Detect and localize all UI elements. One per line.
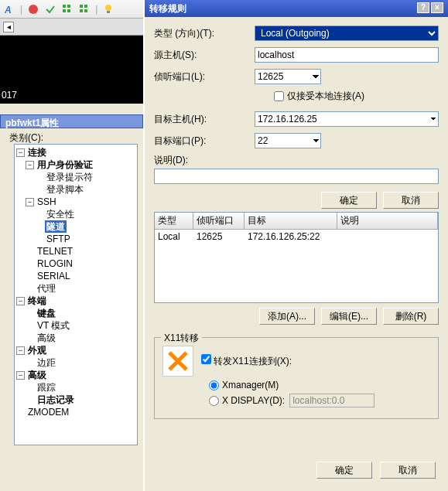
col-target[interactable]: 目标 — [245, 213, 337, 229]
x11-title: X11转移 — [161, 332, 202, 345]
svg-rect-3 — [67, 5, 70, 8]
tree-telnet[interactable]: TELNET — [36, 245, 74, 257]
tree-zmodem[interactable]: ZMODEM — [26, 406, 70, 418]
close-button[interactable]: × — [431, 2, 443, 13]
svg-rect-6 — [80, 5, 83, 8]
target-port-select[interactable]: 22 — [255, 133, 321, 148]
xdisplay-input — [289, 394, 374, 407]
dialog-title: 转移规则 — [149, 2, 186, 15]
xmanager-label: Xmanager(M) — [222, 380, 279, 390]
col-port[interactable]: 侦听端口 — [193, 213, 245, 229]
tree-toggle[interactable]: − — [26, 161, 34, 169]
type-select[interactable]: Local (Outgoing) — [255, 26, 439, 41]
ok-button[interactable]: 确定 — [321, 192, 377, 209]
svg-point-10 — [105, 5, 111, 11]
listen-port-label: 侦听端口(L): — [154, 70, 255, 84]
tree-user-auth[interactable]: 用户身份验证 — [36, 159, 94, 171]
forwarding-rules-dialog: 转移规则 ? × 类型 (方向)(T): Local (Outgoing) 源主… — [143, 0, 448, 491]
delete-button[interactable]: 删除(R) — [383, 308, 439, 325]
toolbar-sep: | — [20, 4, 22, 15]
bulb-icon[interactable] — [102, 3, 115, 15]
tree-serial[interactable]: SERIAL — [36, 270, 72, 282]
tree-toggle[interactable]: − — [16, 297, 25, 305]
tab-close[interactable]: ◂ — [3, 22, 14, 32]
tree-toggle[interactable]: − — [16, 148, 25, 157]
source-label: 源主机(S): — [154, 49, 255, 62]
terminal-preview: 017 — [0, 36, 143, 104]
svg-rect-7 — [84, 5, 87, 8]
cancel-button[interactable]: 取消 — [383, 192, 439, 209]
tree-login-script[interactable]: 登录脚本 — [45, 183, 85, 196]
forward-x11-label: 转发X11连接到(X): — [214, 356, 292, 367]
tree-adv[interactable]: 高级 — [26, 369, 48, 381]
table-header: 类型 侦听端口 目标 说明 — [155, 213, 438, 230]
tree-logging[interactable]: 日志记录 — [36, 394, 76, 406]
listen-port-select[interactable]: 12625 — [255, 69, 321, 84]
tree-toggle[interactable]: − — [16, 371, 25, 380]
tree-ssh[interactable]: SSH — [36, 196, 58, 208]
rules-table[interactable]: 类型 侦听端口 目标 说明 Local 12625 172.16.126.25:… — [154, 212, 439, 303]
tree-trace[interactable]: 跟踪 — [36, 381, 57, 394]
tree-appearance[interactable]: 外观 — [26, 344, 48, 356]
target-host-label: 目标主机(H): — [154, 113, 255, 126]
target-host-select[interactable]: 172.16.126.25 — [255, 111, 439, 127]
target-port-label: 目标端口(P): — [154, 135, 255, 148]
description-label: 说明(D): — [154, 155, 188, 165]
svg-point-1 — [29, 5, 38, 14]
svg-rect-5 — [67, 9, 70, 12]
tree-margins[interactable]: 边距 — [36, 356, 57, 369]
grid-icon[interactable] — [61, 3, 74, 15]
xdisplay-radio[interactable] — [209, 396, 219, 406]
source-host-input[interactable] — [255, 47, 439, 63]
edit-button[interactable]: 编辑(E)... — [321, 308, 377, 325]
dialog-cancel-button[interactable]: 取消 — [380, 462, 436, 479]
xdisplay-label: X DISPLAY(D): — [222, 395, 285, 406]
help-button[interactable]: ? — [417, 2, 429, 13]
properties-titlebar: pbfwkt1属性 — [0, 114, 143, 128]
dialog-ok-button[interactable]: 确定 — [316, 462, 372, 479]
tree-advanced[interactable]: 高级 — [36, 332, 57, 344]
col-type[interactable]: 类型 — [155, 213, 193, 229]
tree-sftp[interactable]: SFTP — [45, 233, 72, 245]
check-icon[interactable] — [44, 3, 56, 15]
tree-rlogin[interactable]: RLOGIN — [36, 257, 74, 270]
x11-icon — [162, 346, 193, 377]
only-local-checkbox[interactable] — [274, 91, 284, 101]
x11-groupbox: X11转移 转发X11连接到(X): Xmanager(M) X DISPLAY… — [154, 337, 439, 419]
tree-toggle[interactable]: − — [16, 346, 25, 355]
tree-security[interactable]: 安全性 — [45, 208, 76, 220]
tree-toggle[interactable]: − — [26, 198, 34, 206]
type-label: 类型 (方向)(T): — [154, 27, 255, 40]
tree-keyboard[interactable]: 键盘 — [36, 307, 57, 319]
dialog-titlebar: 转移规则 ? × — [145, 0, 448, 17]
col-desc[interactable]: 说明 — [337, 213, 438, 229]
category-tree[interactable]: −连接 −用户身份验证 登录提示符 登录脚本 −SSH 安全性 隧道 SFTP … — [14, 144, 138, 445]
add-button[interactable]: 添加(A)... — [259, 308, 315, 325]
forward-x11-checkbox[interactable] — [201, 354, 211, 364]
xmanager-radio[interactable] — [209, 380, 219, 390]
only-local-label: 仅接受本地连接(A) — [287, 90, 364, 103]
svg-rect-2 — [63, 5, 66, 8]
app-icon[interactable]: A — [3, 3, 15, 15]
tree-vt-mode[interactable]: VT 模式 — [36, 319, 71, 332]
svg-rect-8 — [80, 9, 83, 12]
description-input[interactable] — [154, 169, 439, 184]
disk-icon[interactable] — [27, 3, 39, 15]
tree-login-prompt[interactable]: 登录提示符 — [45, 171, 94, 183]
svg-rect-9 — [84, 9, 87, 12]
svg-rect-4 — [63, 9, 66, 12]
grid2-icon[interactable] — [78, 3, 91, 15]
tree-terminal[interactable]: 终端 — [26, 295, 48, 307]
tree-connection[interactable]: 连接 — [26, 146, 48, 159]
tree-tunnel[interactable]: 隧道 — [45, 220, 67, 233]
svg-rect-11 — [107, 11, 110, 13]
svg-text:A: A — [4, 5, 12, 15]
category-label: 类别(C): — [9, 131, 43, 145]
tree-proxy[interactable]: 代理 — [36, 282, 57, 295]
table-row[interactable]: Local 12625 172.16.126.25:22 — [155, 230, 438, 244]
